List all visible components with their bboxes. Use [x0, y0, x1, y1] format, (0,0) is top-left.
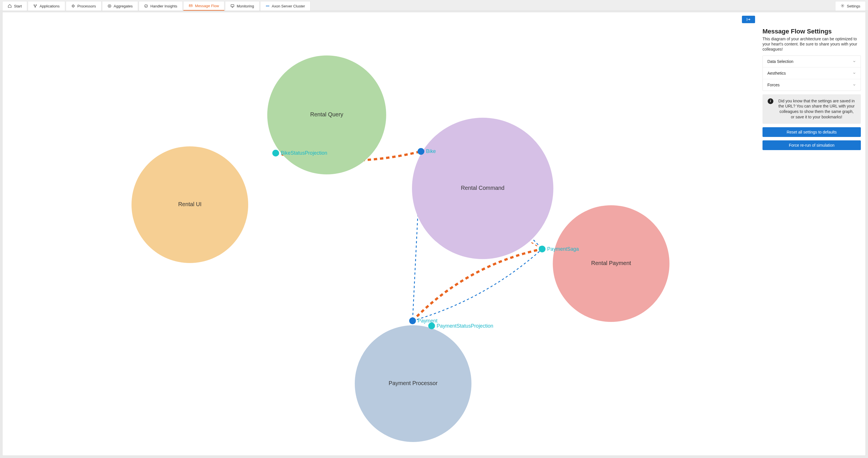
- info-icon: i: [768, 98, 773, 104]
- gear-icon: [841, 4, 844, 8]
- tab-settings[interactable]: Settings: [835, 1, 866, 10]
- tab-axon-server-cluster[interactable]: Axon Server Cluster: [260, 1, 310, 10]
- tab-monitoring[interactable]: Monitoring: [225, 1, 259, 10]
- svg-point-10: [267, 6, 268, 6]
- panel-subtitle: This diagram of your architecture can be…: [763, 36, 861, 52]
- settings-label: Settings: [847, 4, 860, 8]
- svg-point-9: [266, 6, 267, 6]
- small-node-label: Bike: [426, 148, 436, 154]
- info-text: Did you know that the settings are saved…: [777, 98, 856, 120]
- tab-strip: Start Applications Processors Aggregates…: [2, 0, 310, 10]
- svg-point-1: [36, 5, 37, 5]
- accordion-aesthetics[interactable]: Aesthetics: [763, 67, 861, 79]
- nav-spacer: [310, 0, 835, 10]
- tab-label: Axon Server Cluster: [272, 4, 305, 8]
- tab-label: Message Flow: [195, 4, 219, 8]
- home-icon: [8, 4, 12, 8]
- small-node-bike-status-projection[interactable]: [272, 150, 279, 157]
- tab-label: Applications: [39, 4, 59, 8]
- tab-label: Aggregates: [114, 4, 133, 8]
- small-node-label: PaymentSaga: [547, 246, 579, 252]
- svg-point-2: [35, 7, 35, 7]
- edge: [412, 249, 542, 321]
- tab-handler-insights[interactable]: Handler Insights: [139, 1, 183, 10]
- cluster-icon: [266, 4, 270, 8]
- accordion-data-selection[interactable]: Data Selection: [763, 56, 861, 67]
- domain-label: Rental Query: [310, 111, 343, 118]
- chevron-down-icon: [852, 83, 856, 87]
- diagram-canvas[interactable]: Rental UIRental QueryRental CommandRenta…: [3, 12, 763, 455]
- tab-label: Monitoring: [237, 4, 254, 8]
- tab-aggregates[interactable]: Aggregates: [102, 1, 138, 10]
- domain-label: Rental Payment: [591, 260, 631, 266]
- small-node-label: PaymentStatusProjection: [437, 323, 493, 329]
- handler-icon: [144, 4, 148, 8]
- tab-processors[interactable]: Processors: [66, 1, 101, 10]
- accordion-label: Data Selection: [767, 59, 794, 64]
- small-node-label: Payment: [418, 318, 438, 324]
- chevron-down-icon: [852, 60, 856, 63]
- tab-label: Processors: [78, 4, 96, 8]
- settings-accordion: Data Selection Aesthetics Forces: [763, 56, 861, 91]
- svg-point-5: [109, 5, 110, 7]
- tab-label: Start: [14, 4, 22, 8]
- processors-icon: [71, 4, 75, 8]
- rerun-simulation-button[interactable]: Force re-run of simulation: [763, 141, 861, 150]
- workspace: Rental UIRental QueryRental CommandRenta…: [2, 12, 866, 456]
- domain-label: Rental Command: [461, 185, 505, 191]
- domain-label: Rental UI: [178, 201, 202, 207]
- aggregates-icon: [107, 4, 112, 8]
- svg-point-6: [145, 5, 148, 8]
- svg-point-12: [842, 5, 843, 6]
- accordion-forces[interactable]: Forces: [763, 79, 861, 91]
- diagram-svg: Rental UIRental QueryRental CommandRenta…: [3, 12, 763, 455]
- chevron-down-icon: [852, 71, 856, 75]
- top-nav: Start Applications Processors Aggregates…: [0, 0, 868, 11]
- apps-icon: [33, 4, 37, 8]
- small-node-label: BikeStatusProjection: [281, 150, 328, 156]
- small-node-bike[interactable]: [418, 148, 425, 155]
- accordion-label: Forces: [767, 83, 780, 87]
- svg-point-11: [268, 6, 269, 6]
- svg-point-0: [34, 5, 35, 5]
- mail-icon: [189, 4, 193, 8]
- svg-rect-3: [72, 5, 74, 7]
- tab-start[interactable]: Start: [2, 1, 27, 10]
- small-node-payment-status-projection[interactable]: [428, 323, 435, 329]
- reset-settings-button[interactable]: Reset all settings to defaults: [763, 127, 861, 137]
- info-box: i Did you know that the settings are sav…: [763, 94, 861, 124]
- svg-point-4: [108, 5, 111, 8]
- accordion-label: Aesthetics: [767, 71, 786, 75]
- edge: [412, 249, 542, 321]
- monitor-icon: [230, 4, 235, 8]
- small-node-payment[interactable]: [409, 317, 416, 324]
- settings-panel: Message Flow Settings This diagram of yo…: [763, 12, 865, 455]
- tab-applications[interactable]: Applications: [28, 1, 65, 10]
- tab-label: Handler Insights: [150, 4, 177, 8]
- domain-label: Payment Processor: [389, 380, 438, 386]
- small-node-payment-saga[interactable]: [539, 246, 546, 252]
- panel-title: Message Flow Settings: [763, 28, 861, 35]
- svg-rect-8: [231, 5, 234, 7]
- panel-header: Message Flow Settings This diagram of yo…: [763, 28, 861, 52]
- tab-message-flow[interactable]: Message Flow: [183, 1, 224, 10]
